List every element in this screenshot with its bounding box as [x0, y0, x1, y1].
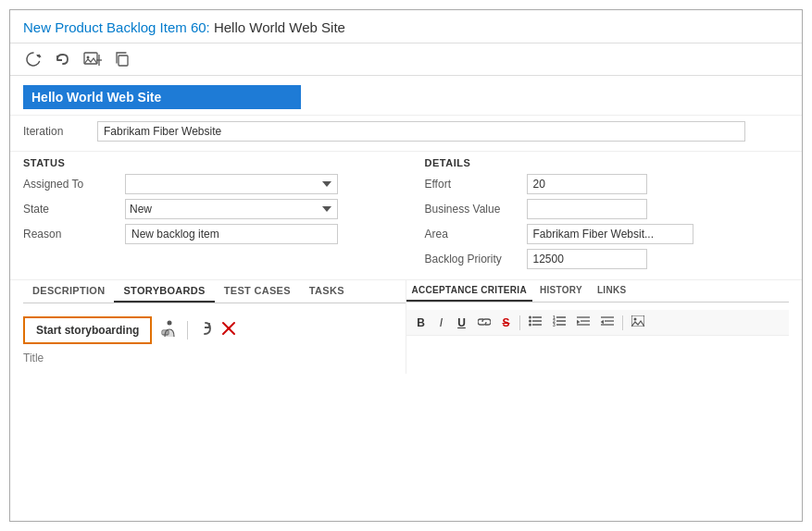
rte-underline-button[interactable]: U [453, 315, 471, 331]
iteration-input[interactable] [97, 121, 745, 142]
rte-separator-2 [622, 315, 623, 330]
tab-test-cases[interactable]: TEST CASES [215, 280, 300, 303]
storyboard-tab-content: Start storyboarding [23, 303, 406, 374]
right-tab-bar: ACCEPTANCE CRITERIA HISTORY LINKS [406, 280, 790, 303]
rte-separator-1 [519, 315, 520, 330]
svg-marker-0 [36, 55, 40, 58]
tab-acceptance-criteria[interactable]: ACCEPTANCE CRITERIA [406, 280, 532, 302]
assigned-to-select[interactable] [125, 174, 338, 194]
iteration-label: Iteration [23, 125, 97, 138]
right-tabs-panel: ACCEPTANCE CRITERIA HISTORY LINKS B I U [406, 280, 790, 374]
backlog-priority-input[interactable] [527, 249, 647, 269]
rich-text-toolbar: B I U S [406, 310, 790, 336]
state-select[interactable]: New Approved Committed Done [125, 199, 338, 219]
title-bar: New Product Backlog Item 60: Hello World… [10, 10, 802, 43]
state-label: State [23, 203, 125, 216]
status-column: STATUS Assigned To State New Approved Co… [23, 157, 406, 274]
tab-storyboards[interactable]: STORYBOARDS [114, 280, 214, 303]
rte-image-button[interactable] [627, 314, 649, 331]
svg-point-13 [529, 320, 531, 323]
acceptance-criteria-content: B I U S [406, 303, 790, 343]
bottom-tabs-section: DESCRIPTION STORYBOARDS TEST CASES TASKS… [10, 280, 802, 374]
business-value-input[interactable] [527, 199, 647, 219]
edit-image-icon[interactable] [82, 49, 103, 69]
item-number-label: New Product Backlog Item 60: [23, 19, 210, 35]
storyboard-separator [187, 321, 188, 340]
svg-point-6 [168, 320, 172, 325]
item-name-label: Hello World Web Site [214, 19, 345, 35]
storyboard-toolbar: Start storyboarding [23, 311, 406, 350]
storyboard-title-label: Title [23, 350, 406, 366]
business-value-label: Business Value [425, 203, 527, 216]
reason-input[interactable] [125, 224, 338, 244]
assigned-to-label: Assigned To [23, 178, 125, 191]
refresh-icon[interactable] [23, 49, 44, 69]
main-tab-bar: DESCRIPTION STORYBOARDS TEST CASES TASKS [23, 280, 406, 303]
rte-link-button[interactable] [473, 315, 495, 331]
undo-icon[interactable] [53, 49, 73, 69]
item-title-section [10, 76, 802, 116]
rte-ol-button[interactable]: 1 2 3 [548, 314, 570, 331]
svg-point-31 [633, 318, 636, 321]
tab-history[interactable]: HISTORY [532, 280, 590, 302]
start-storyboarding-button[interactable]: Start storyboarding [23, 316, 152, 344]
storyboard-redo-icon[interactable] [195, 319, 214, 341]
area-label: Area [425, 228, 527, 241]
details-column: DETAILS Effort Business Value Area Backl… [406, 157, 790, 274]
main-tabs-panel: DESCRIPTION STORYBOARDS TEST CASES TASKS… [23, 280, 406, 374]
toolbar [10, 43, 802, 76]
status-details-section: STATUS Assigned To State New Approved Co… [10, 152, 802, 280]
tab-description[interactable]: DESCRIPTION [23, 280, 114, 303]
svg-text:3: 3 [553, 322, 556, 327]
effort-label: Effort [425, 178, 527, 191]
area-input[interactable] [527, 224, 693, 244]
rte-bold-button[interactable]: B [412, 315, 431, 331]
status-heading: STATUS [23, 157, 388, 168]
effort-input[interactable] [527, 174, 647, 194]
storyboard-delete-icon[interactable] [221, 321, 236, 340]
reason-label: Reason [23, 228, 125, 241]
storyboard-person-icon[interactable] [159, 318, 180, 343]
backlog-priority-label: Backlog Priority [425, 253, 527, 266]
rte-strikethrough-button[interactable]: S [497, 315, 516, 331]
svg-point-12 [529, 316, 531, 319]
item-title-input[interactable] [23, 85, 301, 109]
iteration-section: Iteration [10, 116, 802, 152]
tab-links[interactable]: LINKS [590, 280, 634, 302]
rte-indent-button[interactable] [572, 314, 594, 331]
svg-point-14 [529, 324, 531, 327]
svg-rect-5 [119, 56, 128, 66]
svg-point-2 [87, 56, 90, 59]
copy-icon[interactable] [112, 49, 132, 69]
tab-tasks[interactable]: TASKS [300, 280, 354, 303]
rte-italic-button[interactable]: I [432, 315, 451, 331]
rte-outdent-button[interactable] [596, 314, 618, 331]
rte-ul-button[interactable] [524, 314, 546, 331]
details-heading: DETAILS [425, 157, 790, 168]
